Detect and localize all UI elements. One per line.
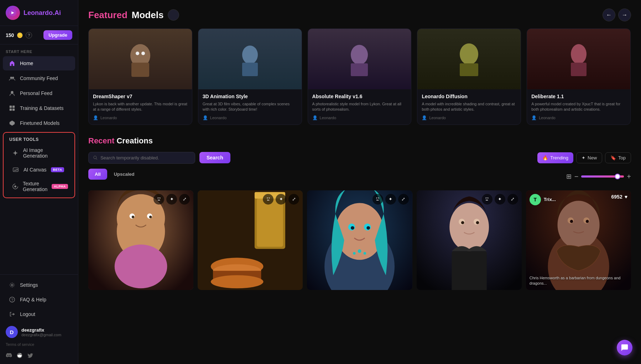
svg-point-2: [12, 77, 14, 79]
expand-btn-2[interactable]: ⤢: [398, 194, 409, 205]
model-image-4: [527, 29, 630, 89]
gallery-item-1[interactable]: ✦ ⤢: [198, 190, 303, 290]
top-icon: 🔖: [610, 155, 616, 160]
finetuned-icon: [9, 120, 16, 127]
minus-icon[interactable]: −: [574, 173, 579, 181]
model-name-0: DreamShaper v7: [93, 94, 188, 99]
remix-btn-2[interactable]: [372, 194, 383, 205]
svg-point-19: [242, 46, 258, 64]
expand-btn-1[interactable]: ⤢: [288, 194, 299, 205]
trending-sort-btn[interactable]: 🔥 Trending: [537, 152, 573, 163]
twitter-icon[interactable]: [27, 352, 33, 360]
logout-icon: [9, 311, 16, 318]
gallery-item-4[interactable]: T Trix... 6952 ♥ Chris Hemsworth as a ba…: [526, 190, 631, 290]
author-icon-3: 👤: [422, 115, 427, 120]
credits-icon: 🪙: [17, 32, 23, 38]
filter-all[interactable]: All: [88, 169, 107, 180]
credits-count: 150: [6, 32, 14, 38]
wand-btn-0[interactable]: ✦: [166, 194, 177, 205]
gallery-item-0[interactable]: ✦ ⤢: [88, 190, 193, 290]
upgrade-button[interactable]: Upgrade: [43, 30, 72, 40]
remix-btn-0[interactable]: [153, 194, 164, 205]
sidebar-item-faq[interactable]: ? FAQ & Help: [3, 292, 75, 307]
svg-point-43: [211, 275, 264, 288]
terms-link[interactable]: Terms of service: [0, 342, 78, 349]
remix-btn-3[interactable]: [482, 194, 493, 205]
model-card-2[interactable]: Absolute Reality v1.6 A photorealistic s…: [308, 28, 412, 125]
help-button[interactable]: ?: [26, 32, 32, 38]
svg-point-1: [10, 77, 12, 79]
prev-arrow[interactable]: ←: [603, 9, 615, 21]
trending-icon: 🔥: [542, 155, 548, 160]
svg-rect-24: [460, 63, 478, 76]
model-info-4: Deliberate 1.1 A powerful model created …: [527, 89, 630, 125]
sidebar-logo[interactable]: Leonardo.Ai: [0, 0, 78, 26]
svg-point-31: [115, 244, 167, 288]
sidebar-item-ai-canvas[interactable]: AI Canvas BETA: [6, 163, 72, 177]
texture-label: Texture Generation: [23, 181, 47, 192]
expand-btn-3[interactable]: ⤢: [507, 194, 518, 205]
svg-marker-8: [10, 121, 15, 126]
model-name-1: 3D Animation Style: [203, 94, 297, 99]
sidebar-item-texture[interactable]: Texture Generation ALPHA: [6, 177, 72, 196]
logo-text: Leonardo.Ai: [24, 9, 61, 17]
search-input[interactable]: [100, 155, 191, 160]
chat-bubble[interactable]: [617, 340, 632, 355]
expand-btn-0[interactable]: ⤢: [179, 194, 190, 205]
sidebar-user: D deezgrafix deezgrafix@gmail.com: [0, 322, 78, 342]
user-email: deezgrafix@gmail.com: [21, 333, 61, 337]
plus-icon[interactable]: +: [627, 173, 631, 181]
search-row: Search 🔥 Trending ✦ New 🔖 Top: [88, 152, 631, 164]
search-icon: [93, 155, 98, 160]
new-icon: ✦: [582, 155, 585, 160]
reddit-icon[interactable]: [16, 352, 23, 360]
top-sort-btn[interactable]: 🔖 Top: [605, 152, 631, 163]
gallery-item-3[interactable]: ✦ ⤢: [417, 190, 522, 290]
svg-point-35: [149, 216, 152, 218]
featured-circle: [168, 9, 179, 21]
wand-btn-2[interactable]: ✦: [385, 194, 396, 205]
sidebar-item-settings[interactable]: Settings: [3, 278, 75, 292]
gallery-item-2[interactable]: ✦ ⤢: [307, 190, 412, 290]
settings-icon: [9, 281, 16, 289]
sidebar-item-ai-image[interactable]: AI Image Generation: [6, 144, 72, 162]
user-info: deezgrafix deezgrafix@gmail.com: [21, 327, 61, 337]
discord-icon[interactable]: [6, 352, 12, 360]
wand-btn-3[interactable]: ✦: [495, 194, 505, 205]
sidebar-item-personal-feed[interactable]: Personal Feed: [3, 86, 75, 100]
sidebar-item-community-feed[interactable]: Community Feed: [3, 71, 75, 85]
sidebar-item-training[interactable]: Training & Datasets: [3, 101, 75, 115]
model-card-4[interactable]: Deliberate 1.1 A powerful model created …: [527, 28, 631, 125]
search-button[interactable]: Search: [199, 152, 230, 163]
wand-btn-1[interactable]: ✦: [276, 194, 286, 205]
social-links: [0, 349, 78, 364]
new-sort-btn[interactable]: ✦ New: [576, 152, 602, 163]
grid-view-icon[interactable]: ⊞: [566, 173, 572, 180]
svg-rect-56: [452, 251, 486, 290]
recent-title: Recent Creations: [88, 136, 153, 146]
filter-upscaled[interactable]: Upscaled: [107, 169, 141, 180]
svg-point-34: [132, 216, 134, 218]
community-feed-icon: [9, 75, 16, 82]
svg-point-18: [141, 52, 145, 55]
model-name-3: Leonardo Diffusion: [422, 94, 516, 99]
user-tools-section: User Tools AI Image Generation AI Canvas…: [3, 132, 75, 198]
model-card-3[interactable]: Leonardo Diffusion A model with incredib…: [417, 28, 521, 125]
main-content: Featured Models ← → DreamShaper v7 Lykon…: [78, 0, 641, 364]
svg-text:?: ?: [11, 298, 13, 302]
texture-icon: [12, 183, 19, 190]
svg-point-23: [460, 43, 478, 65]
size-slider[interactable]: [581, 175, 624, 178]
sidebar-item-personal-label: Personal Feed: [20, 90, 52, 96]
sidebar-item-finetuned[interactable]: Finetuned Models: [3, 116, 75, 130]
next-arrow[interactable]: →: [618, 9, 631, 21]
sidebar-item-home[interactable]: Home: [3, 56, 75, 70]
model-card-1[interactable]: 3D Animation Style Great at 3D film vibe…: [198, 28, 302, 125]
gallery-user-info: T Trix...: [530, 194, 556, 205]
remix-btn-1[interactable]: [263, 194, 273, 205]
gallery-user-avatar: T: [530, 194, 541, 205]
sidebar-item-logout[interactable]: Logout: [3, 307, 75, 321]
svg-point-67: [586, 220, 589, 223]
svg-point-17: [136, 52, 139, 55]
model-card-0[interactable]: DreamShaper v7 Lykon is back with anothe…: [88, 28, 192, 125]
